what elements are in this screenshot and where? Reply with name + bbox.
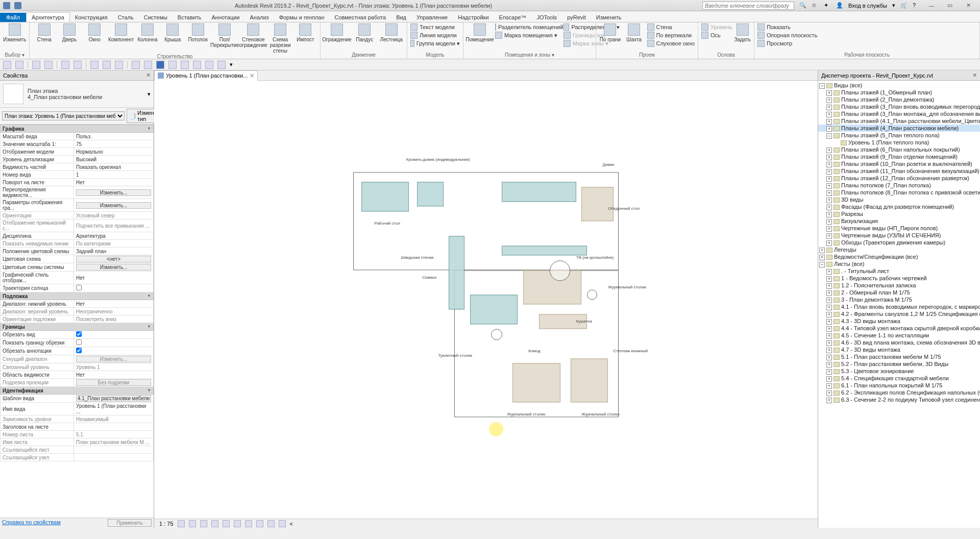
prop-row[interactable]: Шаблон вида4.1_План расстановки мебели — [1, 395, 154, 403]
show-button[interactable]: Показать — [757, 23, 817, 31]
tree-node[interactable]: +5.2 - План расстановки мебели, 3D Виды — [818, 360, 980, 368]
qat-undo-icon[interactable] — [32, 61, 40, 69]
tree-node[interactable]: +4.5 - Сечение 1-1 по инсталляции — [818, 332, 980, 339]
ribbon-btn[interactable]: Компонент — [108, 23, 134, 54]
ribbon-btn[interactable]: Колонна — [136, 23, 159, 54]
ribbon-smallbtn[interactable]: Линия модели — [410, 32, 460, 39]
view-tab-active[interactable]: Уровень 1 (План расстановки... ✕ — [154, 70, 258, 81]
project-tree[interactable]: –Виды (все)+Планы этажей (1_Обмерный пла… — [818, 81, 980, 528]
ribbon-tab-10[interactable]: Управление — [411, 13, 453, 22]
qat-save-icon[interactable] — [15, 61, 23, 69]
qat-text-icon[interactable] — [115, 61, 123, 69]
tree-node[interactable]: +Планы этажей (11_План обозначения визуа… — [818, 167, 980, 175]
prop-group-header[interactable]: Графика — [1, 125, 154, 133]
ribbon-smallbtn[interactable]: По вертикали — [647, 32, 695, 39]
qat-thin-icon[interactable] — [156, 61, 164, 69]
vcb-showcrop-icon[interactable] — [245, 520, 252, 527]
ribbon-tab-0[interactable]: Архитектура — [26, 12, 70, 22]
qat-dim-icon[interactable] — [103, 61, 111, 69]
tree-node[interactable]: +2 - Обмерный план М 1/75 — [818, 289, 980, 296]
prop-row[interactable]: Траектория солнца — [1, 284, 154, 292]
maximize-button[interactable]: ▭ — [943, 2, 957, 9]
tree-node[interactable]: +4.7 - 3D виды монтажа — [818, 346, 980, 353]
prop-row[interactable]: Цветовые схемы системыИзменить... — [1, 263, 154, 272]
ribbon-smallbtn[interactable]: Стена — [647, 23, 695, 31]
vcb-temp-icon[interactable] — [267, 520, 275, 527]
prop-group-header[interactable]: Подложка — [1, 292, 154, 300]
vcb-crop-icon[interactable] — [234, 520, 241, 527]
ribbon-tab-13[interactable]: JOTools — [531, 13, 562, 22]
ribbon-btn[interactable]: Дверь — [58, 23, 81, 54]
tree-node[interactable]: +4.1 - План вновь возводимых перегородок… — [818, 303, 980, 310]
prop-row[interactable]: Заголовок на листе — [1, 423, 154, 431]
prop-row[interactable]: Связанный уровеньУровень 1 — [1, 363, 154, 371]
modify-button[interactable]: Изменить — [3, 23, 26, 52]
tree-node[interactable]: +Визуализация — [818, 217, 980, 225]
prop-row[interactable]: Номер листа5.1 — [1, 431, 154, 438]
type-dropdown-icon[interactable]: ▾ — [148, 91, 151, 97]
ribbon-tab-6[interactable]: Анализ — [244, 13, 274, 22]
ribbon-btn[interactable]: Схема разрезки стены — [268, 23, 291, 54]
qat-measure-icon[interactable] — [74, 61, 82, 69]
ribbon-smallbtn[interactable]: Слуховое окно — [647, 40, 695, 47]
ribbon-tab-14[interactable]: pyRevit — [562, 13, 591, 22]
close-button[interactable]: ✕ — [962, 2, 975, 9]
tree-node[interactable]: +5.3 - Цветовое зонирование — [818, 368, 980, 375]
prop-row[interactable]: ДисциплинаАрхитектура — [1, 232, 154, 240]
star2-icon[interactable]: ✦ — [824, 2, 831, 9]
instance-selector[interactable]: План этажа: Уровень 1 (План расстановки … — [2, 111, 125, 120]
ribbon-tab-7[interactable]: Формы и генплан — [274, 13, 330, 22]
tree-node[interactable]: +. - Титульный лист — [818, 267, 980, 275]
ribbon-tab-3[interactable]: Системы — [139, 13, 173, 22]
qat-section-icon[interactable] — [144, 61, 152, 69]
drawing-canvas[interactable]: Кровать-домик (индивидуальная) Рабочий с… — [154, 81, 818, 519]
home-icon[interactable] — [14, 2, 21, 9]
vcb-lock-icon[interactable] — [256, 520, 263, 527]
login-dropdown-icon[interactable]: ▾ — [892, 2, 895, 9]
ribbon-tab-11[interactable]: Надстройки — [453, 13, 494, 22]
tree-node[interactable]: +Разрезы — [818, 210, 980, 217]
ribbon-btn[interactable]: Пол/Перекрытие — [211, 23, 238, 54]
tree-node[interactable]: +Планы этажей (4.1_План расстановки мебе… — [818, 117, 980, 125]
ribbon-smallbtn[interactable]: Группа модели ▾ — [410, 40, 460, 47]
vcb-render-icon[interactable] — [223, 520, 230, 527]
tree-node[interactable]: +Чертежные виды (УЗЛЫ И СЕЧЕНИЯ) — [818, 232, 980, 239]
prop-row[interactable]: Обрезать вид — [1, 331, 154, 339]
ribbon-smallbtn[interactable]: Разделитель помещений — [495, 23, 561, 31]
vcb-reveal-icon[interactable] — [279, 520, 286, 527]
prop-row[interactable]: Положение цветовой схемыЗадний план — [1, 248, 154, 255]
prop-row[interactable]: Графический стиль отображ...Нет — [1, 272, 154, 284]
prop-row[interactable]: Ссылающийся лист — [1, 446, 154, 454]
prop-row[interactable]: Имя листаПлан расстановки мебели М ... — [1, 438, 154, 446]
tree-node[interactable]: +Планы этажей (10_План розеток и выключа… — [818, 160, 980, 167]
ribbon-tab-2[interactable]: Сталь — [113, 13, 139, 22]
ribbon-btn[interactable]: Стена — [33, 23, 56, 54]
ribbon-tab-4[interactable]: Вставить — [173, 13, 207, 22]
qat-tag-icon[interactable] — [217, 61, 226, 69]
prop-row[interactable]: Показать невидимые линииПо категориям — [1, 240, 154, 248]
tree-node[interactable]: +Легенды — [818, 246, 980, 253]
tree-node[interactable]: +4.2 - Фрагменты санузлов 1,2 М 1/25 Спе… — [818, 310, 980, 317]
vcb-style-icon[interactable] — [189, 520, 196, 527]
qat-align-icon[interactable] — [90, 61, 99, 69]
ribbon-btn[interactable]: Пандус — [352, 23, 377, 52]
tree-node[interactable]: –Планы этажей (5_План теплого пола) — [818, 132, 980, 139]
properties-close-icon[interactable]: ✕ — [146, 72, 151, 79]
prop-row[interactable]: Параметры отображения гра...Изменить... — [1, 199, 154, 212]
prop-row[interactable]: Обрезать аннотации — [1, 347, 154, 355]
prop-row[interactable]: Уровень детализацииВысокий — [1, 156, 154, 163]
prop-row[interactable]: Видимость частейПоказать оригинал — [1, 163, 154, 171]
refplane-button[interactable]: Опорная плоскость — [757, 32, 817, 39]
qat-sync-icon[interactable] — [205, 61, 213, 69]
browser-close-icon[interactable]: ✕ — [972, 72, 977, 79]
globe-icon[interactable]: 🔍 — [799, 2, 806, 9]
ribbon-tab-5[interactable]: Аннотации — [207, 13, 245, 22]
tree-node[interactable]: +4.3 - 3D виды монтажа — [818, 317, 980, 325]
cart-icon[interactable]: 🛒 — [900, 2, 908, 9]
ribbon-btn[interactable]: Ограждение — [324, 23, 350, 52]
tree-node[interactable]: +6.3 - Сечение 2-2 по подиуму Типовой уз… — [818, 396, 980, 403]
help-icon[interactable]: ? — [913, 2, 920, 9]
star-icon[interactable]: ☆ — [812, 2, 819, 9]
prop-row[interactable]: Отображение примыканий с...Подчистить вс… — [1, 219, 154, 232]
qat-redo-icon[interactable] — [44, 61, 53, 69]
